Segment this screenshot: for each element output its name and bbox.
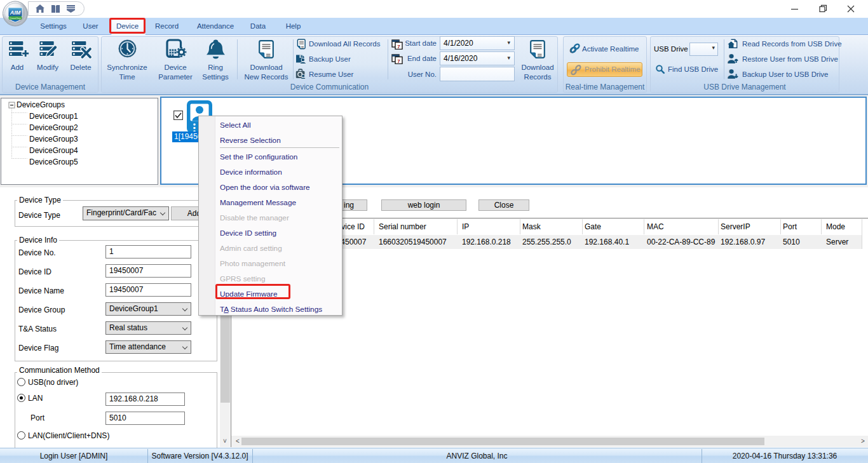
svg-text:7: 7: [397, 44, 400, 50]
svg-text:7: 7: [397, 58, 400, 64]
svg-text:AIM: AIM: [10, 10, 21, 16]
svg-text:CrossChex: CrossChex: [10, 17, 21, 20]
